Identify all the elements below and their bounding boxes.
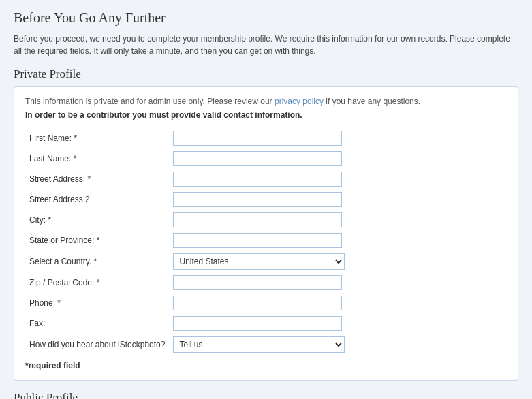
street-address-input[interactable]	[173, 172, 342, 187]
table-row: Last Name: *	[25, 148, 507, 169]
table-row: Street Address: *	[25, 169, 507, 189]
page-title: Before You Go Any Further	[14, 10, 518, 26]
private-note-text: This information is private and for admi…	[25, 97, 272, 106]
fax-cell	[169, 313, 507, 334]
hear-cell: Tell us Search Engine Friend Advertiseme…	[169, 334, 507, 355]
contributor-note: In order to be a contributor you must pr…	[25, 110, 507, 120]
table-row: Select a Country. * United States Canada…	[25, 251, 507, 272]
fax-input[interactable]	[173, 316, 342, 331]
street-address2-input[interactable]	[173, 192, 342, 207]
private-profile-box: This information is private and for admi…	[14, 86, 518, 381]
table-row: City: *	[25, 210, 507, 230]
street-address-cell	[169, 169, 507, 189]
street-address-label: Street Address: *	[25, 169, 169, 189]
private-note: This information is private and for admi…	[25, 97, 507, 106]
table-row: Zip / Postal Code: *	[25, 272, 507, 293]
street-address2-cell	[169, 189, 507, 210]
zip-label: Zip / Postal Code: *	[25, 272, 169, 293]
last-name-label: Last Name: *	[25, 148, 169, 169]
private-profile-title: Private Profile	[14, 67, 518, 81]
table-row: How did you hear about iStockphoto? Tell…	[25, 334, 507, 355]
last-name-cell	[169, 148, 507, 169]
first-name-label: First Name: *	[25, 128, 169, 148]
public-profile-title: Public Profile	[14, 391, 518, 399]
page-container: Before You Go Any Further Before you pro…	[0, 0, 532, 399]
city-label: City: *	[25, 210, 169, 230]
table-row: Phone: *	[25, 293, 507, 313]
private-note-suffix: if you have any questions.	[326, 97, 420, 106]
zip-input[interactable]	[173, 275, 342, 290]
hear-select[interactable]: Tell us Search Engine Friend Advertiseme…	[173, 336, 345, 353]
table-row: Fax:	[25, 313, 507, 334]
page-description: Before you proceed, we need you to compl…	[14, 33, 518, 57]
state-input[interactable]	[173, 233, 342, 248]
last-name-input[interactable]	[173, 151, 342, 166]
phone-cell	[169, 293, 507, 313]
country-cell: United States Canada United Kingdom Aust…	[169, 251, 507, 272]
table-row: Street Address 2:	[25, 189, 507, 210]
hear-label: How did you hear about iStockphoto?	[25, 334, 169, 355]
first-name-input[interactable]	[173, 131, 342, 146]
city-input[interactable]	[173, 212, 342, 227]
country-select[interactable]: United States Canada United Kingdom Aust…	[173, 253, 345, 270]
first-name-cell	[169, 128, 507, 148]
privacy-policy-link[interactable]: privacy policy	[275, 97, 324, 106]
zip-cell	[169, 272, 507, 293]
private-form-table: First Name: * Last Name: * Street Addres…	[25, 128, 507, 355]
country-label: Select a Country. *	[25, 251, 169, 272]
table-row: State or Province: *	[25, 230, 507, 251]
street-address2-label: Street Address 2:	[25, 189, 169, 210]
state-label: State or Province: *	[25, 230, 169, 251]
state-cell	[169, 230, 507, 251]
city-cell	[169, 210, 507, 230]
fax-label: Fax:	[25, 313, 169, 334]
table-row: First Name: *	[25, 128, 507, 148]
required-field-note: *required field	[25, 361, 507, 370]
phone-input[interactable]	[173, 296, 342, 310]
phone-label: Phone: *	[25, 293, 169, 313]
